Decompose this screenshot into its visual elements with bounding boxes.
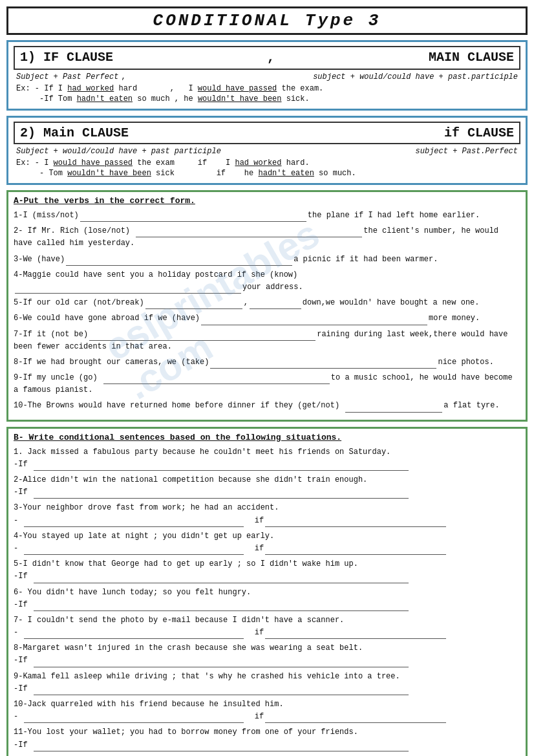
grammar-header-2: 2) Main CLAUSE if CLAUSE [14, 122, 520, 144]
sub-left-1: Subject + Past Perfect [16, 72, 118, 81]
grammar-subrow-2: Subject + would/could have + past partic… [14, 147, 520, 156]
ex-b-item-5: 5-I didn't know that George had to get u… [14, 558, 520, 583]
sub-right-2: subject + Past.Perfect [416, 147, 518, 156]
ex-b-item-11: 11-You lost your wallet; you had to borr… [14, 726, 520, 751]
ex-b-item-6: 6- You didn't have lunch today; so you f… [14, 587, 520, 611]
exercise-a-title: A-Put the verbs in the correct form. [14, 196, 520, 206]
if-clause-header: 1) IF CLAUSE [20, 50, 113, 65]
ex-a-item-9: 9-If my uncle (go) to a music school, he… [14, 372, 520, 396]
ex-b-item-9: 9-Kamal fell asleep while driving ; that… [14, 671, 520, 695]
example-2a: Ex: - I would have passed the exam if I … [14, 158, 520, 167]
main-clause-header-2: 2) Main CLAUSE [20, 125, 129, 140]
ex-a-item-7: 7-If it (not be)raining during last week… [14, 329, 520, 353]
ex-b-item-8: 8-Margaret wasn't injured in the crash b… [14, 642, 520, 667]
ex-a-item-3: 3-We (have)a picnic if it had been warme… [14, 254, 520, 266]
example-1a: Ex: - If I had worked hard , I would hav… [14, 84, 520, 93]
exercise-b-title: B- Write conditional sentences based on … [14, 433, 520, 442]
grammar-subrow-1: Subject + Past Perfect , subject + would… [14, 72, 520, 81]
grammar-header-1: 1) IF CLAUSE , MAIN CLAUSE [14, 46, 520, 70]
main-clause-header: MAIN CLAUSE [429, 50, 514, 65]
page-title: CONDITIONAL Type 3 [6, 6, 528, 35]
exercise-a-section: A-Put the verbs in the correct form. 1-I… [6, 190, 528, 422]
if-clause-header-2: if CLAUSE [444, 125, 514, 140]
ex-b-item-1: 1. Jack missed a fabulous party because … [14, 446, 520, 471]
ex-a-item-6: 6-We could have gone abroad if we (have)… [14, 312, 520, 325]
ex-a-item-2: 2- If Mr. Rich (lose/not) the client's n… [14, 225, 520, 250]
ex-b-item-2: 2-Alice didn't win the national competit… [14, 474, 520, 499]
sub-right-1: subject + would/could have + past.partic… [313, 72, 518, 81]
example-1b: -If Tom hadn't eaten so much , he wouldn… [14, 94, 520, 103]
ex-a-item-8: 8-If we had brought our cameras, we (tak… [14, 356, 520, 369]
ex-b-item-10: 10-Jack quarreled with his friend becaus… [14, 698, 520, 723]
ex-a-item-4: 4-Maggie could have sent you a holiday p… [14, 269, 520, 294]
ex-a-item-1: 1-I (miss/not)the plane if I had left ho… [14, 210, 520, 222]
section-main-clause: 2) Main CLAUSE if CLAUSE Subject + would… [6, 116, 528, 185]
example-2b: - Tom wouldn't have been sick if he hadn… [14, 169, 520, 178]
section-if-clause: 1) IF CLAUSE , MAIN CLAUSE Subject + Pas… [6, 40, 528, 111]
ex-b-item-4: 4-You stayed up late at night ; you didn… [14, 530, 520, 555]
exercise-b-section: B- Write conditional sentences based on … [6, 427, 528, 756]
ex-b-item-3: 3-Your neighbor drove fast from work; he… [14, 502, 520, 526]
ex-b-item-7: 7- I couldn't send the photo by e-mail b… [14, 614, 520, 639]
ex-a-item-10: 10-The Browns would have returned home b… [14, 400, 520, 412]
ex-a-item-5: 5-If our old car (not/break),down,we wou… [14, 297, 520, 309]
sub-left-2: Subject + would/could have + past partic… [16, 147, 221, 156]
